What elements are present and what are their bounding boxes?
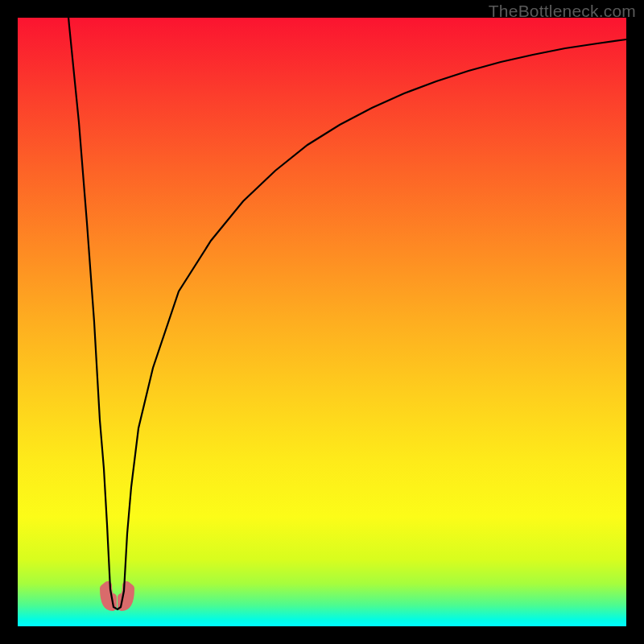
chart-frame: TheBottleneck.com [0,0,644,644]
bottleneck-curve [47,18,626,609]
curve-svg [18,18,626,626]
watermark-text: TheBottleneck.com [489,2,636,21]
plot-area [18,18,626,626]
minimum-markers [104,585,130,607]
